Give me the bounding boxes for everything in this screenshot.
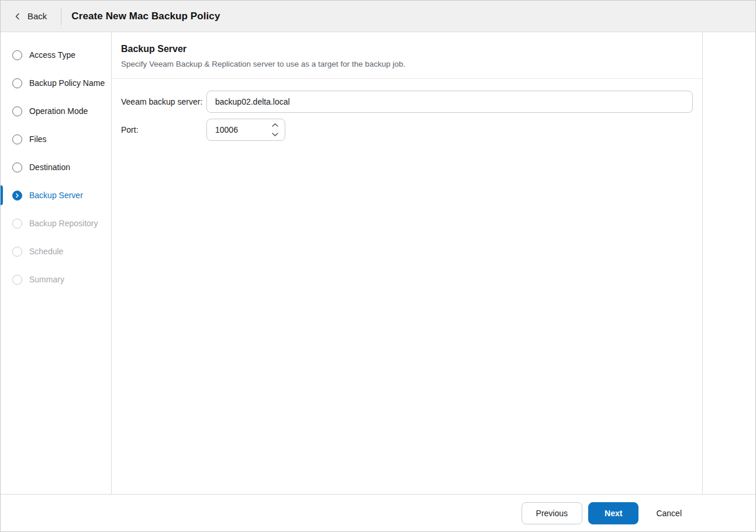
port-field-row: Port: [121,119,693,141]
sidebar-item-schedule[interactable]: Schedule [1,237,111,265]
step-circle-icon [12,219,22,229]
step-circle-icon [12,275,22,285]
sidebar-item-backup-repository[interactable]: Backup Repository [1,209,111,237]
sidebar-item-backup-policy-name[interactable]: Backup Policy Name [1,69,111,97]
step-label: Files [29,134,47,144]
wizard-steps-sidebar: Access Type Backup Policy Name Operation… [1,32,112,494]
back-label: Back [27,11,47,21]
wizard-footer: Previous Next Cancel [1,494,755,531]
right-gutter [703,32,755,494]
step-label: Operation Mode [29,106,88,116]
back-button[interactable]: Back [14,11,47,21]
port-stepper [206,119,285,141]
previous-button[interactable]: Previous [522,502,582,524]
sidebar-item-destination[interactable]: Destination [1,153,111,181]
chevron-left-icon [14,13,21,20]
sidebar-item-files[interactable]: Files [1,125,111,153]
step-circle-icon [12,50,22,60]
server-field-row: Veeam backup server: [121,91,693,113]
step-circle-icon [12,106,22,116]
step-circle-icon [12,78,22,88]
step-label: Summary [29,275,64,284]
step-label: Backup Server [29,191,83,200]
backup-server-form: Veeam backup server: Port: [112,79,702,158]
spinner-down-icon[interactable] [269,130,281,139]
step-label: Destination [29,163,70,172]
step-label: Backup Repository [29,219,98,228]
port-field-label: Port: [121,125,206,134]
port-spinner [269,121,281,139]
cancel-button[interactable]: Cancel [644,502,693,524]
server-field-label: Veeam backup server: [121,97,206,106]
wizard-window: Back Create New Mac Backup Policy Access… [0,0,756,532]
section-title: Backup Server [121,44,693,54]
step-circle-icon [12,134,22,144]
page-title: Create New Mac Backup Policy [71,11,220,22]
step-label: Schedule [29,247,63,256]
sidebar-item-backup-server[interactable]: Backup Server [1,181,111,209]
wizard-header: Back Create New Mac Backup Policy [1,1,755,32]
step-label: Backup Policy Name [29,78,105,88]
step-label: Access Type [29,50,75,60]
section-description: Specify Veeam Backup & Replication serve… [121,60,693,68]
sidebar-item-operation-mode[interactable]: Operation Mode [1,97,111,125]
next-button[interactable]: Next [588,502,638,524]
step-circle-icon [12,247,22,257]
spinner-up-icon[interactable] [269,121,281,129]
wizard-body: Access Type Backup Policy Name Operation… [1,32,755,494]
step-circle-icon [12,163,22,172]
header-divider [61,8,61,25]
sidebar-item-access-type[interactable]: Access Type [1,41,111,69]
step-header: Backup Server Specify Veeam Backup & Rep… [112,32,702,79]
server-input[interactable] [206,91,693,113]
step-active-chevron-icon [12,191,22,201]
sidebar-item-summary[interactable]: Summary [1,265,111,293]
step-content-panel: Backup Server Specify Veeam Backup & Rep… [112,32,703,494]
